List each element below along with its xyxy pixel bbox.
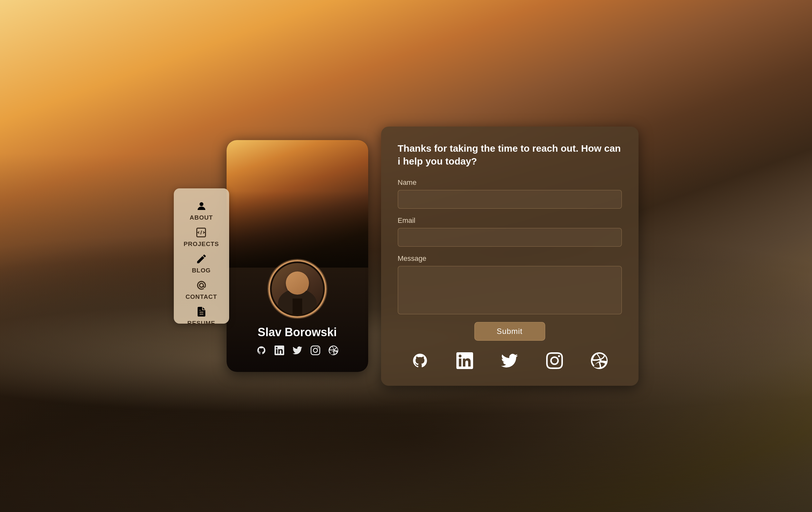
name-field-group: Name	[398, 178, 622, 209]
avatar-face	[272, 263, 323, 315]
code-icon	[195, 226, 207, 238]
message-label: Message	[398, 254, 622, 263]
profile-twitter-icon[interactable]	[292, 345, 303, 356]
profile-github-icon[interactable]	[256, 345, 267, 356]
profile-instagram-icon[interactable]	[310, 345, 321, 356]
sidebar-about-label: ABOUT	[190, 214, 213, 221]
contact-intro: Thanks for taking the time to reach out.…	[398, 142, 622, 168]
submit-button[interactable]: Submit	[474, 322, 545, 341]
profile-linkedin-icon[interactable]	[274, 345, 285, 356]
sidebar-item-contact[interactable]: CONTACT	[180, 277, 222, 303]
bottom-github-icon[interactable]	[410, 351, 430, 370]
bottom-linkedin-icon[interactable]	[455, 351, 474, 370]
email-field-group: Email	[398, 217, 622, 247]
sidebar-blog-label: BLOG	[192, 267, 211, 274]
name-label: Name	[398, 178, 622, 187]
sidebar-item-blog[interactable]: BLOG	[187, 250, 216, 277]
person-name: Slav Borowski	[258, 325, 337, 339]
contact-panel: Thanks for taking the time to reach out.…	[381, 126, 639, 386]
document-icon	[195, 306, 208, 318]
sidebar-contact-label: CONTACT	[185, 293, 217, 301]
profile-dribbble-icon[interactable]	[328, 345, 339, 356]
email-label: Email	[398, 217, 622, 225]
at-icon	[195, 279, 208, 291]
sidebar-projects-label: PROJECTS	[183, 240, 219, 248]
sidebar-resume-label: RESUME	[187, 320, 215, 327]
bottom-instagram-icon[interactable]	[545, 351, 564, 370]
sidebar-item-resume[interactable]: RESUME	[182, 303, 221, 330]
name-input[interactable]	[398, 190, 622, 209]
avatar	[268, 260, 326, 318]
email-input[interactable]	[398, 228, 622, 247]
bottom-dribbble-icon[interactable]	[589, 351, 609, 370]
bottom-twitter-icon[interactable]	[500, 351, 519, 370]
sidebar-item-about[interactable]: ABOUT	[184, 197, 218, 224]
svg-point-0	[200, 202, 203, 206]
sidebar: ABOUT PROJECTS BLOG	[174, 189, 229, 323]
page-layout: ABOUT PROJECTS BLOG	[0, 0, 812, 512]
card-content: Slav Borowski	[227, 260, 368, 372]
message-input[interactable]	[398, 266, 622, 314]
profile-social-icons	[256, 345, 339, 356]
bottom-social-icons	[398, 351, 622, 370]
profile-card: Slav Borowski	[227, 140, 368, 372]
person-icon	[195, 200, 208, 212]
message-field-group: Message	[398, 254, 622, 314]
sidebar-item-projects[interactable]: PROJECTS	[178, 224, 224, 250]
pen-icon	[195, 253, 208, 265]
card-bg-overlay	[227, 140, 368, 267]
